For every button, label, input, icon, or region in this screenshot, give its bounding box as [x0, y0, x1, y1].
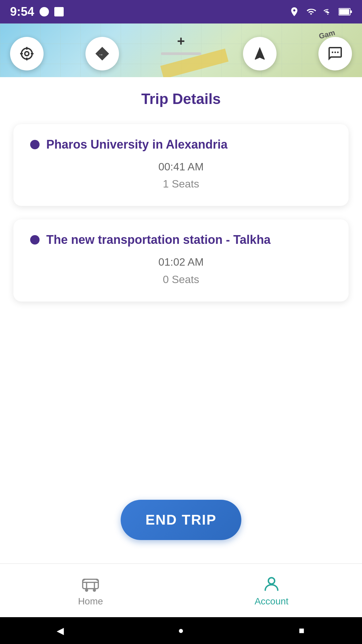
svg-point-22 — [268, 578, 275, 584]
drag-handle — [161, 52, 201, 55]
svg-rect-2 — [350, 10, 352, 13]
status-circle-icon — [40, 7, 49, 16]
stop-2-seats: 0 Seats — [30, 271, 332, 288]
status-left: 9:54 — [10, 5, 64, 19]
chat-icon — [327, 46, 343, 62]
gps-icon — [19, 46, 35, 62]
navigate-icon — [252, 46, 268, 62]
stop-2-header: The new transportation station - Talkha — [30, 233, 332, 247]
wifi-icon — [305, 7, 317, 16]
directions-button[interactable]: → — [85, 37, 119, 70]
stop-2-time: 01:02 AM — [30, 254, 332, 271]
battery-icon — [339, 7, 352, 16]
bottom-nav: Home Account — [0, 564, 362, 617]
home-bus-icon — [81, 575, 100, 593]
svg-point-12 — [335, 52, 336, 53]
status-time: 9:54 — [10, 5, 34, 19]
nav-item-account[interactable]: Account — [181, 569, 362, 612]
status-sim-icon — [54, 7, 64, 16]
svg-rect-14 — [83, 579, 99, 589]
location-icon — [289, 6, 300, 17]
svg-point-19 — [93, 589, 96, 592]
stop-card-2: The new transportation station - Talkha … — [13, 219, 349, 301]
home-icon: ● — [178, 625, 184, 636]
signal-icon — [322, 7, 333, 16]
page-title: Trip Details — [13, 91, 349, 107]
svg-point-4 — [21, 48, 32, 59]
back-icon: ◀ — [57, 625, 64, 636]
android-nav: ◀ ● ■ — [0, 617, 362, 644]
stop-1-dot — [30, 140, 40, 149]
directions-icon: → — [94, 46, 110, 62]
chat-button[interactable] — [318, 37, 352, 70]
recents-icon: ■ — [299, 625, 305, 636]
svg-text:→: → — [98, 52, 104, 57]
stop-2-dot — [30, 235, 40, 245]
stop-2-details: 01:02 AM 0 Seats — [30, 254, 332, 288]
svg-point-13 — [337, 52, 339, 53]
svg-point-18 — [85, 589, 88, 592]
stop-1-name: Pharos University in Alexandria — [46, 138, 228, 152]
end-trip-button[interactable]: END TRIP — [121, 500, 241, 540]
nav-home-label: Home — [78, 596, 103, 607]
status-right — [289, 6, 352, 17]
status-bar: 9:54 — [0, 0, 362, 23]
account-icon — [262, 575, 281, 593]
android-home-button[interactable]: ● — [171, 621, 191, 641]
svg-point-11 — [332, 52, 334, 53]
svg-point-3 — [25, 52, 29, 56]
stop-1-seats: 1 Seats — [30, 175, 332, 193]
android-back-button[interactable]: ◀ — [50, 621, 70, 641]
end-trip-label: END TRIP — [145, 512, 217, 528]
nav-item-home[interactable]: Home — [0, 569, 181, 612]
stop-1-header: Pharos University in Alexandria — [30, 138, 332, 152]
action-row: → — [0, 37, 362, 70]
svg-rect-1 — [339, 9, 349, 14]
gps-button[interactable] — [10, 37, 44, 70]
main-content: Trip Details Pharos University in Alexan… — [0, 77, 362, 564]
stop-1-time: 00:41 AM — [30, 158, 332, 175]
nav-account-label: Account — [254, 596, 288, 607]
android-recents-button[interactable]: ■ — [292, 621, 312, 641]
stop-card-1: Pharos University in Alexandria 00:41 AM… — [13, 124, 349, 206]
stop-1-details: 00:41 AM 1 Seats — [30, 158, 332, 193]
stop-2-name: The new transportation station - Talkha — [46, 233, 270, 247]
navigate-button[interactable] — [243, 37, 277, 70]
